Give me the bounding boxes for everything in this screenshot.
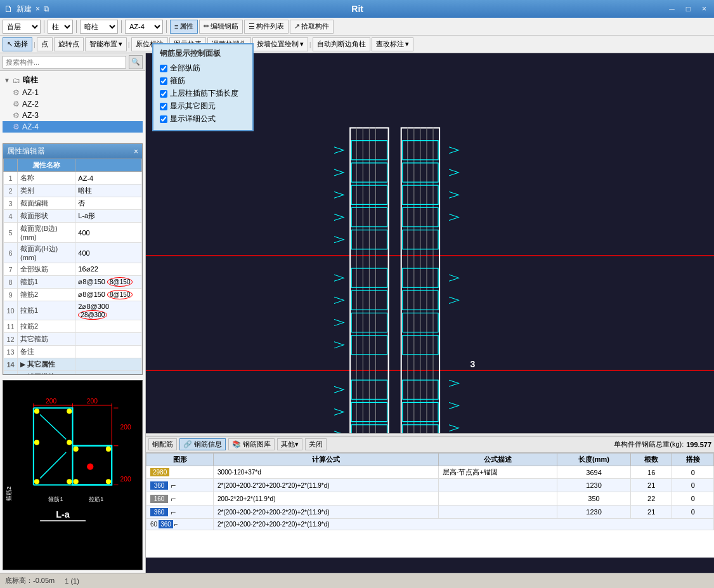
new-label: 新建 (16, 4, 32, 15)
search-btn[interactable]: 🔍 (129, 55, 143, 69)
element-select[interactable]: AZ-4 (125, 20, 163, 34)
table-row: 350 (557, 492, 631, 506)
max-btn[interactable]: □ (682, 4, 694, 13)
svg-text:200: 200 (87, 398, 98, 405)
bottom-panel: 钢配筋 🔗 钢筋信息 📚 钢筋图库 其他▾ 关闭 单构件伴钢筋总重(kg): 1… (146, 436, 714, 558)
min-btn[interactable]: ─ (665, 4, 678, 13)
rebar-table: 图形 计算公式 公式描述 长度(mm) 根数 搭接 2980 (146, 453, 714, 530)
svg-text:L-a: L-a (56, 509, 70, 519)
close-btn[interactable]: × (698, 4, 710, 13)
col-lap: 搭接 (672, 454, 714, 466)
dropdown-icon: ▾ (119, 40, 122, 48)
row-num: 4 (4, 210, 18, 223)
prop-value[interactable] (75, 358, 142, 371)
type-select[interactable]: 柱 (48, 20, 73, 34)
prop-name: 截面形状 (18, 210, 75, 223)
row-num: 8 (4, 276, 18, 289)
prop-name: 备注 (18, 346, 75, 358)
select-icon: ↖ (7, 40, 13, 48)
search-bar: 🔍 (0, 53, 145, 71)
table-row: 360 ⌐ (146, 479, 214, 492)
check-detail-formula[interactable]: 显示详细公式 (160, 114, 246, 124)
svg-text:200: 200 (120, 424, 131, 431)
status-bar: 底标高：-0.05m 1 (1) (0, 573, 714, 588)
prop-name: 类别 (18, 185, 75, 197)
check-annotation-btn[interactable]: 查改标注 ▾ (372, 37, 413, 51)
prop-name: 截面高(H边)(mm) (18, 243, 75, 263)
close-tab-btn[interactable]: × (36, 4, 40, 13)
prop-value: 400 (75, 243, 142, 263)
prop-name: 拉筋2 (18, 320, 75, 333)
tab-rebar-library[interactable]: 📚 钢筋图库 (228, 438, 275, 450)
component-list-btn[interactable]: ☰ 构件列表 (244, 20, 289, 34)
tab-other[interactable]: 其他▾ (277, 438, 302, 450)
wall-place-btn[interactable]: 按墙位置绘制 ▾ (252, 37, 308, 51)
floor-height-label: 底标高：-0.05m (5, 576, 55, 585)
gear-icon-az2: ⚙ (13, 100, 20, 108)
table-row: 3694 (557, 466, 631, 479)
table-row: 2*(200+200-2*20+200-2*20)+2*(11.9*d) (214, 519, 714, 530)
rotate-point-btn[interactable]: 旋转点 (54, 37, 84, 51)
prop-value: ⌀8@150 8@150 (75, 289, 142, 301)
row-num: 1 (4, 172, 18, 185)
nav-toolbar: 首层 柱 暗柱 AZ-4 ≡ 属性 ✏ 编辑钢筋 ☰ 构件列表 ↗ 拾取构件 (0, 18, 714, 36)
floor-select[interactable]: 首层 (3, 20, 41, 34)
close-prop-btn[interactable]: × (134, 147, 138, 156)
row-num: 9 (4, 289, 18, 301)
tree-item-az2[interactable]: ⚙ AZ-2 (3, 98, 143, 110)
svg-point-22 (106, 479, 111, 484)
select-btn[interactable]: ↖ 选择 (3, 37, 32, 51)
tab-rebar-info[interactable]: 🔗 钢筋信息 (179, 438, 226, 450)
subtype-select[interactable]: 暗柱 (80, 20, 118, 34)
prop-name: 箍筋2 (18, 289, 75, 301)
table-row (438, 492, 557, 506)
row-num: 13 (4, 346, 18, 358)
table-row: 200-2*20+2*(11.9*d) (214, 492, 439, 506)
auto-corner-btn[interactable]: 自动判断边角柱 (313, 37, 370, 51)
table-row: 1230 (557, 479, 631, 492)
tree-item-az4[interactable]: ⚙ AZ-4 (3, 121, 143, 133)
tab-steel-config[interactable]: 钢配筋 (148, 438, 177, 450)
properties-btn[interactable]: ≡ 属性 (170, 20, 198, 34)
search-input[interactable] (3, 56, 126, 69)
bottom-tabs: 钢配筋 🔗 钢筋信息 📚 钢筋图库 其他▾ 关闭 单构件伴钢筋总重(kg): 1… (146, 436, 714, 453)
tree-root[interactable]: ▼ 🗂 暗柱 (3, 74, 143, 87)
col-formula: 计算公式 (214, 454, 439, 466)
check-upper-insert[interactable]: 上层柱插筋下插长度 (160, 88, 246, 99)
check-all-longitudinal[interactable]: 全部纵筋 (160, 63, 246, 74)
row-num: 14 (4, 358, 18, 371)
point-btn[interactable]: 点 (37, 37, 53, 51)
edit-rebar-btn[interactable]: ✏ 编辑钢筋 (199, 20, 243, 34)
gear-icon-az4: ⚙ (13, 122, 20, 131)
tree-item-az3[interactable]: ⚙ AZ-3 (3, 110, 143, 121)
element-count-label: 1 (1) (65, 577, 79, 585)
sep1: | (34, 41, 36, 48)
check-other-elements[interactable]: 显示其它图元 (160, 101, 246, 112)
table-row: 160 ⌐ (146, 492, 214, 506)
copy-btn[interactable]: ⧉ (44, 4, 49, 13)
col-length: 长度(mm) (557, 454, 631, 466)
check-stirrup[interactable]: 箍筋 (160, 75, 246, 86)
tree-root-icon: 🗂 (13, 76, 20, 85)
prop-value: 400 (75, 223, 142, 243)
pick-component-btn[interactable]: ↗ 拾取构件 (290, 20, 334, 34)
edit-icon: ✏ (204, 22, 209, 30)
table-row: 2*(200+200-2*20+200-2*20)+2*(11.9*d) (214, 506, 439, 519)
col-count: 根数 (630, 454, 672, 466)
prop-name: ▶ 锚固搭接 (18, 371, 75, 375)
left-panel: 🔍 ▼ 🗂 暗柱 ⚙ AZ-1 ⚙ AZ-2 ⚙ AZ-3 ⚙ AZ-4 (0, 53, 146, 573)
tab-close[interactable]: 关闭 (305, 438, 327, 450)
prop-value (75, 333, 142, 346)
table-row: 360 ⌐ (146, 506, 214, 519)
rebar-panel-title: 钢筋显示控制面板 (160, 48, 246, 59)
tree-item-az1[interactable]: ⚙ AZ-1 (3, 87, 143, 98)
svg-point-19 (34, 479, 39, 484)
svg-point-23 (74, 479, 79, 484)
svg-point-24 (74, 447, 79, 452)
sep2: | (128, 41, 130, 48)
prop-value[interactable] (75, 371, 142, 375)
drawing-toolbar: ↖ 选择 | 点 旋转点 智能布置 ▾ | 原位标注 图元柱表 调整柱端头 按墙… (0, 36, 714, 53)
prop-value (75, 320, 142, 333)
smart-place-btn[interactable]: 智能布置 ▾ (85, 37, 127, 51)
svg-point-25 (87, 464, 93, 470)
